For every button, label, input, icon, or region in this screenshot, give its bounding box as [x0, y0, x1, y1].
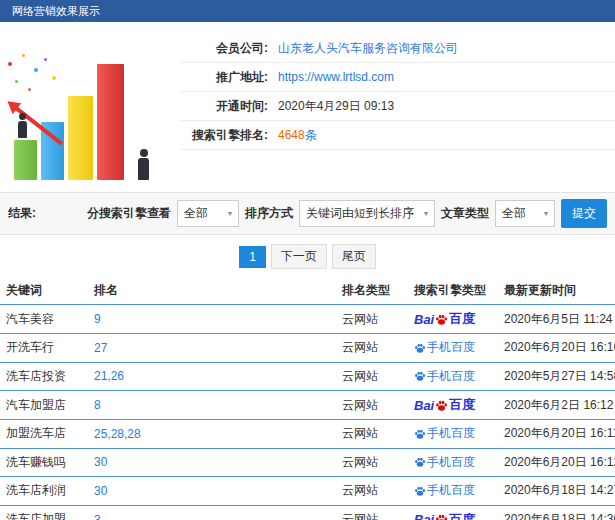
rank-cell[interactable]: 25,28,28: [88, 420, 336, 449]
table-row: 洗车店投资 21,26 云网站 手机百度 2020年5月27日 14:58: [0, 362, 615, 391]
col-engine-header: 搜索引擎类型: [408, 277, 498, 305]
info-row-company: 会员公司: 山东老人头汽车服务咨询有限公司: [180, 34, 615, 63]
mobile-baidu-logo: 手机百度: [414, 482, 475, 499]
baidu-logo-bai: Bai: [414, 512, 434, 520]
page-current[interactable]: 1: [239, 246, 266, 268]
rank-type-cell: 云网站: [336, 305, 408, 334]
chevron-down-icon: ▾: [544, 209, 548, 218]
baidu-paw-icon: [414, 485, 426, 497]
engine-cell: Bai 百度: [408, 505, 498, 520]
engine-cell: 手机百度: [408, 477, 498, 506]
rank-count-value: 4648: [278, 128, 305, 142]
engine-cell: 手机百度: [408, 420, 498, 449]
open-time-label: 开通时间:: [180, 98, 268, 115]
last-page-button[interactable]: 尾页: [332, 244, 376, 269]
url-label: 推广地址:: [180, 69, 268, 86]
rank-cell[interactable]: 30: [88, 448, 336, 477]
col-updated-header: 最新更新时间: [498, 277, 615, 305]
engine-cell: 手机百度: [408, 334, 498, 363]
col-rank-type-header: 排名类型: [336, 277, 408, 305]
updated-cell: 2020年5月27日 14:58: [498, 362, 615, 391]
keyword-cell: 洗车店投资: [0, 362, 88, 391]
rank-count-label: 搜索引擎排名:: [180, 127, 268, 144]
table-row: 汽车美容 9 云网站 Bai 百度 2020年6月5日 11:24: [0, 305, 615, 334]
table-header-row: 关键词 排名 排名类型 搜索引擎类型 最新更新时间: [0, 277, 615, 305]
type-filter-label: 文章类型: [441, 205, 489, 222]
rank-type-cell: 云网站: [336, 477, 408, 506]
chart-bar: [97, 64, 124, 180]
keyword-cell: 洗车店利润: [0, 477, 88, 506]
engine-cell: Bai 百度: [408, 305, 498, 334]
table-row: 洗车店加盟 3 云网站 Bai 百度 2020年6月18日 14:30: [0, 505, 615, 520]
rank-type-cell: 云网站: [336, 448, 408, 477]
submit-button[interactable]: 提交: [561, 199, 607, 228]
person-figure: [138, 149, 149, 180]
info-row-open-time: 开通时间: 2020年4月29日 09:13: [180, 92, 615, 121]
keyword-cell: 加盟洗车店: [0, 420, 88, 449]
mobile-baidu-logo: 手机百度: [414, 454, 475, 471]
results-table: 关键词 排名 排名类型 搜索引擎类型 最新更新时间 汽车美容 9 云网站 Bai…: [0, 277, 615, 520]
chevron-down-icon: ▾: [424, 209, 428, 218]
updated-cell: 2020年6月20日 16:11: [498, 420, 615, 449]
updated-cell: 2020年6月2日 16:12: [498, 391, 615, 420]
table-row: 汽车加盟店 8 云网站 Bai 百度 2020年6月2日 16:12: [0, 391, 615, 420]
baidu-logo: Bai 百度: [414, 396, 475, 414]
engine-filter-value: 全部: [184, 205, 208, 222]
rank-cell[interactable]: 21,26: [88, 362, 336, 391]
baidu-paw-icon: [435, 399, 448, 412]
chart-bar: [68, 96, 93, 180]
baidu-paw-icon: [435, 513, 448, 520]
table-row: 洗车赚钱吗 30 云网站 手机百度 2020年6月20日 16:12: [0, 448, 615, 477]
engine-filter-label: 分搜索引擎查看: [87, 205, 171, 222]
rank-cell[interactable]: 27: [88, 334, 336, 363]
mobile-baidu-label: 手机百度: [427, 339, 475, 356]
open-time-value: 2020年4月29日 09:13: [278, 98, 394, 115]
rank-cell[interactable]: 3: [88, 505, 336, 520]
chevron-down-icon: ▾: [228, 209, 232, 218]
rank-cell[interactable]: 9: [88, 305, 336, 334]
type-filter-select[interactable]: 全部 ▾: [495, 200, 555, 227]
filter-bar: 结果: 分搜索引擎查看 全部 ▾ 排序方式 关键词由短到长排序 ▾ 文章类型 全…: [0, 192, 615, 235]
info-section: 会员公司: 山东老人头汽车服务咨询有限公司 推广地址: https://www.…: [0, 22, 615, 192]
engine-filter-select[interactable]: 全部 ▾: [177, 200, 239, 227]
keyword-cell: 开洗车行: [0, 334, 88, 363]
rank-type-cell: 云网站: [336, 420, 408, 449]
company-link[interactable]: 山东老人头汽车服务咨询有限公司: [278, 40, 458, 57]
next-page-button[interactable]: 下一页: [271, 244, 327, 269]
table-body: 汽车美容 9 云网站 Bai 百度 2020年6月5日 11:24 开洗车行 2…: [0, 305, 615, 520]
baidu-logo-text: 百度: [449, 310, 475, 328]
person-figure: [18, 113, 27, 138]
baidu-logo: Bai 百度: [414, 310, 475, 328]
mobile-baidu-label: 手机百度: [427, 482, 475, 499]
type-filter-value: 全部: [502, 205, 526, 222]
chart-bar: [14, 140, 37, 180]
mobile-baidu-label: 手机百度: [427, 425, 475, 442]
rank-cell[interactable]: 30: [88, 477, 336, 506]
baidu-logo-bai: Bai: [414, 398, 434, 413]
baidu-paw-icon: [414, 456, 426, 468]
info-rows: 会员公司: 山东老人头汽车服务咨询有限公司 推广地址: https://www.…: [180, 22, 615, 150]
site-link[interactable]: https://www.lrtlsd.com: [278, 70, 394, 84]
mobile-baidu-logo: 手机百度: [414, 339, 475, 356]
baidu-paw-icon: [435, 313, 448, 326]
sort-filter-value: 关键词由短到长排序: [306, 205, 414, 222]
mobile-baidu-label: 手机百度: [427, 368, 475, 385]
engine-cell: 手机百度: [408, 362, 498, 391]
mobile-baidu-logo: 手机百度: [414, 425, 475, 442]
baidu-logo: Bai 百度: [414, 511, 475, 520]
chart-illustration: [0, 28, 172, 188]
col-keyword-header: 关键词: [0, 277, 88, 305]
table-row: 开洗车行 27 云网站 手机百度 2020年6月20日 16:16: [0, 334, 615, 363]
baidu-logo-text: 百度: [449, 396, 475, 414]
rank-type-cell: 云网站: [336, 334, 408, 363]
baidu-logo-text: 百度: [449, 511, 475, 520]
baidu-paw-icon: [414, 370, 426, 382]
baidu-paw-icon: [414, 342, 426, 354]
mobile-baidu-logo: 手机百度: [414, 368, 475, 385]
updated-cell: 2020年6月20日 16:16: [498, 334, 615, 363]
rank-type-cell: 云网站: [336, 505, 408, 520]
keyword-cell: 汽车加盟店: [0, 391, 88, 420]
updated-cell: 2020年6月5日 11:24: [498, 305, 615, 334]
rank-cell[interactable]: 8: [88, 391, 336, 420]
sort-filter-select[interactable]: 关键词由短到长排序 ▾: [299, 200, 435, 227]
